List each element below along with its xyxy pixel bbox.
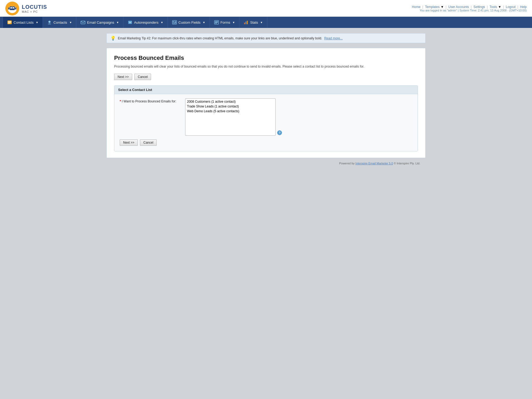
custom-fields-arrow: ▼	[203, 21, 205, 24]
help-link[interactable]: Help	[520, 5, 527, 9]
top-bar: LOCUTIS MAC + PC Home | Templates ▼ | Us…	[0, 0, 532, 17]
logo-name: LOCUTIS	[22, 4, 47, 10]
tools-arrow: ▼	[498, 5, 501, 9]
contact-list-select[interactable]: 2008 Customers (1 active contact)Trade S…	[185, 98, 276, 136]
tip-text: Email Marketing Tip #2: For maximum clic…	[118, 36, 322, 40]
forms-icon	[214, 20, 219, 25]
nav-autoresponders[interactable]: Autoresponders ▼	[123, 17, 168, 28]
separator: |	[471, 5, 472, 9]
nav-contact-lists-label: Contact Lists	[14, 20, 34, 24]
logout-link[interactable]: Logout	[506, 5, 516, 9]
templates-arrow: ▼	[440, 5, 444, 9]
svg-rect-15	[128, 21, 132, 24]
nav-contacts[interactable]: Contacts ▼	[43, 17, 76, 28]
contact-list-label: * I Want to Process Bounced Emails for:	[120, 98, 181, 103]
stats-arrow: ▼	[260, 21, 263, 24]
svg-rect-23	[215, 22, 218, 23]
tools-link[interactable]: Tools	[489, 5, 497, 9]
forms-arrow: ▼	[232, 21, 235, 24]
nav-contact-lists[interactable]: Contact Lists ▼	[3, 17, 43, 28]
list-with-help: 2008 Customers (1 active contact)Trade S…	[185, 98, 282, 136]
select-contact-list-section: Select a Contact List * I Want to Proces…	[114, 85, 418, 151]
custom-fields-icon	[172, 20, 177, 25]
nav-stats-label: Stats	[250, 20, 258, 24]
nav-forms-label: Forms	[221, 20, 230, 24]
content-wrapper: 💡 Email Marketing Tip #2: For maximum cl…	[101, 28, 431, 174]
svg-point-13	[48, 21, 51, 23]
logo-text: LOCUTIS MAC + PC	[22, 4, 47, 13]
separator: |	[487, 5, 488, 9]
top-right-area: Home | Templates ▼ | User Accounts | Set…	[412, 5, 527, 12]
svg-rect-3	[10, 7, 12, 9]
footer-link[interactable]: Interspire Email Marketer 5.0	[355, 162, 393, 165]
required-star: *	[120, 99, 121, 103]
separator: |	[446, 5, 446, 9]
autoresponders-arrow: ▼	[161, 21, 163, 24]
svg-rect-18	[174, 21, 176, 22]
select-section-header: Select a Contact List	[114, 86, 418, 94]
page-title: Process Bounced Emails	[114, 55, 418, 61]
svg-rect-7	[8, 7, 9, 10]
main-content: Process Bounced Emails Processing bounce…	[106, 48, 426, 158]
user-info: You are logged in as "admin" | System Ti…	[419, 9, 527, 12]
tip-bar: 💡 Email Marketing Tip #2: For maximum cl…	[106, 33, 426, 43]
logo-icon	[5, 2, 19, 15]
svg-rect-27	[247, 21, 248, 24]
logo-subtitle: MAC + PC	[22, 10, 47, 13]
contact-list-label-text: I Want to Process Bounced Emails for:	[122, 99, 176, 103]
page-description: Processing bounced emails will clear you…	[114, 64, 418, 69]
footer-suffix: © Interspire Pty. Ltd.	[393, 162, 420, 165]
footer-powered-by: Powered by	[339, 162, 355, 165]
svg-rect-12	[8, 23, 10, 23]
svg-rect-26	[246, 22, 246, 24]
svg-rect-4	[13, 7, 14, 9]
top-cancel-button[interactable]: Cancel	[134, 74, 151, 80]
separator: |	[503, 5, 504, 9]
email-campaigns-icon	[81, 20, 85, 25]
bottom-buttons-area: Next >> Cancel	[120, 139, 412, 146]
email-campaigns-arrow: ▼	[116, 21, 119, 24]
svg-rect-11	[8, 22, 11, 23]
tip-bulb-icon: 💡	[110, 36, 116, 41]
svg-rect-14	[81, 21, 85, 24]
svg-rect-6	[12, 5, 13, 7]
svg-rect-19	[174, 22, 176, 23]
svg-rect-24	[215, 23, 217, 23]
nav-email-campaigns[interactable]: Email Campaigns ▼	[76, 17, 123, 28]
contacts-icon	[47, 20, 52, 25]
svg-rect-22	[215, 21, 218, 22]
svg-point-5	[11, 3, 13, 5]
bottom-next-button[interactable]: Next >>	[120, 139, 138, 146]
contact-lists-icon	[7, 20, 12, 25]
footer: Powered by Interspire Email Marketer 5.0…	[106, 158, 426, 169]
top-navigation: Home | Templates ▼ | User Accounts | Set…	[412, 5, 527, 9]
autoresponders-icon	[128, 20, 132, 25]
svg-rect-10	[8, 21, 11, 22]
templates-link[interactable]: Templates	[425, 5, 440, 9]
nav-contacts-label: Contacts	[53, 20, 67, 24]
svg-rect-8	[15, 7, 16, 10]
stats-icon	[244, 20, 248, 25]
help-icon[interactable]: ?	[277, 130, 282, 135]
settings-link[interactable]: Settings	[473, 5, 485, 9]
nav-bar: Contact Lists ▼ Contacts ▼ Email Campaig…	[0, 17, 532, 28]
bottom-cancel-button[interactable]: Cancel	[140, 139, 157, 146]
svg-rect-25	[244, 23, 245, 24]
nav-custom-fields-label: Custom Fields	[178, 20, 201, 24]
nav-custom-fields[interactable]: Custom Fields ▼	[168, 17, 210, 28]
top-buttons-area: Next >> Cancel	[114, 74, 418, 80]
home-link[interactable]: Home	[412, 5, 421, 9]
svg-rect-20	[173, 23, 176, 23]
nav-stats[interactable]: Stats ▼	[239, 17, 267, 28]
top-next-button[interactable]: Next >>	[114, 74, 132, 80]
contact-lists-arrow: ▼	[36, 21, 38, 24]
contacts-arrow: ▼	[69, 21, 72, 24]
user-accounts-link[interactable]: User Accounts	[448, 5, 469, 9]
nav-forms[interactable]: Forms ▼	[210, 17, 240, 28]
select-section-body: * I Want to Process Bounced Emails for: …	[114, 94, 418, 151]
svg-rect-17	[173, 21, 174, 22]
nav-email-campaigns-label: Email Campaigns	[87, 20, 114, 24]
tip-read-more-link[interactable]: Read more...	[324, 36, 343, 40]
nav-autoresponders-label: Autoresponders	[134, 20, 159, 24]
logo-area: LOCUTIS MAC + PC	[5, 2, 47, 15]
